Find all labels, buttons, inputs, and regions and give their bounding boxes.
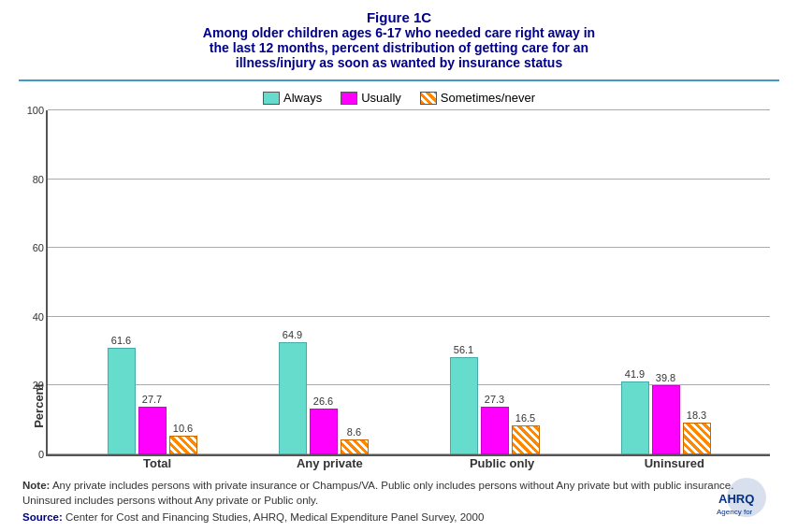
legend-always-box [263, 92, 280, 105]
chart-inner: 020406080100 61.627.710.664.926.68.656.1… [46, 110, 770, 456]
main-container: Figure 1C Among older children ages 6-17… [0, 0, 798, 532]
y-tick-label: 40 [33, 311, 44, 323]
x-label: Uninsured [628, 456, 721, 470]
bars-row: 56.127.316.5 [450, 344, 540, 454]
bar-always-wrapper: 61.6 [108, 335, 136, 454]
legend-always-label: Always [283, 91, 322, 105]
legend: Always Usually Sometimes/never [19, 91, 779, 105]
bar-sometimes [683, 423, 711, 454]
y-tick-label: 20 [33, 380, 44, 391]
bar-usually-value: 27.7 [142, 394, 162, 405]
bars-row: 64.926.68.6 [279, 329, 369, 454]
bar-group: 56.127.316.5 [450, 110, 540, 454]
bars-row: 41.939.818.3 [621, 368, 711, 454]
bar-sometimes-wrapper: 18.3 [683, 410, 711, 454]
bar-sometimes-value: 8.6 [347, 426, 361, 438]
note-section: Note: Any private includes persons with … [19, 478, 779, 508]
legend-sometimes: Sometimes/never [420, 91, 535, 105]
bar-usually-value: 27.3 [485, 394, 504, 405]
note-label: Note: [22, 480, 50, 491]
legend-usually: Usually [341, 91, 401, 105]
bar-sometimes-value: 16.5 [515, 412, 535, 424]
bar-sometimes-wrapper: 8.6 [341, 426, 369, 454]
title-divider [19, 79, 779, 81]
y-tick-label: 60 [33, 242, 44, 253]
bar-sometimes-wrapper: 10.6 [169, 423, 197, 454]
bars-row: 61.627.710.6 [108, 335, 197, 454]
svg-text:AHRQ: AHRQ [718, 492, 754, 506]
bar-sometimes-value: 18.3 [687, 410, 706, 421]
bar-usually [310, 409, 338, 454]
y-tick-label: 100 [27, 105, 44, 116]
bar-group: 64.926.68.6 [279, 110, 369, 454]
bar-always [279, 342, 307, 454]
source-label: Source: [22, 511, 63, 523]
source-section: Source: Center for Cost and Financing St… [19, 511, 779, 523]
svg-text:Agency for: Agency for [717, 508, 753, 516]
bar-usually-wrapper: 27.3 [481, 394, 509, 454]
y-tick-label: 80 [33, 174, 44, 185]
legend-usually-label: Usually [361, 91, 401, 105]
figure-subtitle-line3: illness/injury as soon as wanted by insu… [19, 55, 779, 70]
bar-always-wrapper: 56.1 [450, 344, 478, 454]
figure-subtitle-line2: the last 12 months, percent distribution… [19, 40, 779, 55]
figure-subtitle-line1: Among older children ages 6-17 who neede… [19, 25, 779, 40]
bar-group: 41.939.818.3 [621, 110, 711, 454]
chart-plot: 020406080100 61.627.710.664.926.68.656.1… [46, 110, 770, 456]
legend-usually-box [341, 92, 357, 105]
note-text: Any private includes persons with privat… [22, 480, 733, 506]
x-label: Any private [283, 456, 376, 470]
legend-sometimes-box [420, 92, 437, 105]
bar-usually-wrapper: 39.8 [652, 372, 680, 454]
bar-sometimes-wrapper: 16.5 [512, 412, 540, 454]
bar-always [621, 381, 649, 454]
title-section: Figure 1C Among older children ages 6-17… [19, 9, 779, 70]
bar-sometimes [512, 425, 540, 454]
bar-sometimes-value: 10.6 [173, 423, 193, 434]
source-text: Center for Cost and Financing Studies, A… [63, 511, 484, 523]
bar-usually [481, 407, 509, 454]
x-labels: TotalAny privatePublic onlyUninsured [52, 456, 779, 470]
bar-groups: 61.627.710.664.926.68.656.127.316.541.93… [48, 110, 770, 454]
bar-sometimes [341, 439, 369, 454]
bar-always-value: 64.9 [283, 329, 302, 340]
legend-sometimes-label: Sometimes/never [441, 91, 535, 105]
bar-always-value: 56.1 [454, 344, 473, 355]
bar-always-value: 41.9 [625, 368, 645, 380]
ahrq-logo: AHRQ Agency for [714, 477, 779, 519]
bar-always-wrapper: 64.9 [279, 329, 307, 454]
bar-always [450, 357, 478, 454]
bar-usually [652, 385, 680, 454]
bar-group: 61.627.710.6 [108, 110, 197, 454]
bar-usually-value: 39.8 [656, 372, 675, 383]
bar-sometimes [169, 436, 197, 454]
bar-always [108, 348, 136, 454]
legend-always: Always [263, 91, 322, 105]
bar-always-value: 61.6 [111, 335, 131, 346]
x-label: Total [110, 456, 204, 470]
bar-usually [138, 407, 167, 454]
bar-usually-wrapper: 27.7 [138, 394, 167, 454]
chart-area: Percent 020406080100 61.627.710.664.926.… [28, 110, 770, 456]
y-tick-label: 0 [38, 449, 44, 460]
x-label: Public only [456, 456, 549, 470]
bar-usually-wrapper: 26.6 [310, 395, 338, 454]
bar-always-wrapper: 41.9 [621, 368, 649, 454]
bar-usually-value: 26.6 [313, 395, 333, 407]
figure-title: Figure 1C [19, 9, 779, 25]
